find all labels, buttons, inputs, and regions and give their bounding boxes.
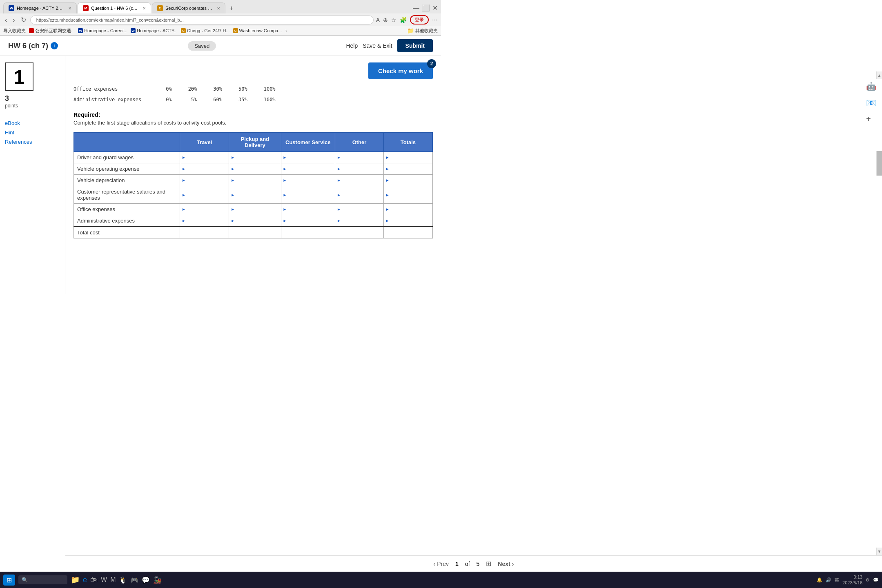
- cell-pickup_delivery-0[interactable]: ►: [229, 152, 281, 163]
- cell-totals-6[interactable]: [383, 227, 432, 238]
- input-customer_service-3[interactable]: [287, 189, 335, 200]
- input-customer_service-1[interactable]: [287, 163, 335, 174]
- cell-other-3[interactable]: ►: [335, 186, 384, 204]
- bookmark-police[interactable]: 公安部互联网交通...: [29, 28, 75, 34]
- cell-customer_service-1[interactable]: ►: [281, 163, 335, 175]
- input-other-3[interactable]: [341, 189, 383, 200]
- bookmark-chegg[interactable]: C Chegg - Get 24/7 H...: [181, 28, 230, 33]
- input-travel-1[interactable]: [186, 163, 229, 174]
- cell-other-0[interactable]: ►: [335, 152, 384, 163]
- tab-close-icon3[interactable]: ✕: [217, 6, 220, 11]
- references-link[interactable]: References: [5, 139, 60, 145]
- input-pickup_delivery-1[interactable]: [235, 163, 281, 174]
- cell-other-1[interactable]: ►: [335, 163, 384, 175]
- input-travel-5[interactable]: [186, 215, 229, 226]
- input-customer_service-4[interactable]: [287, 204, 335, 215]
- input-total-other[interactable]: [335, 227, 383, 238]
- input-total-customer_service[interactable]: [281, 227, 335, 238]
- tab-question1[interactable]: M Question 1 - HW 6 (ch 7) - Conn... ✕: [78, 2, 151, 13]
- new-tab-button[interactable]: +: [226, 3, 236, 13]
- input-total-pickup_delivery[interactable]: [229, 227, 281, 238]
- cell-totals-0[interactable]: ►: [383, 152, 432, 163]
- cell-pickup_delivery-2[interactable]: ►: [229, 175, 281, 186]
- read-mode-icon[interactable]: ⊕: [383, 17, 388, 23]
- cell-customer_service-2[interactable]: ►: [281, 175, 335, 186]
- input-pickup_delivery-2[interactable]: [235, 175, 281, 186]
- tab-homepage[interactable]: W Homepage - ACTY 2110 (1) Princ... ✕: [3, 2, 77, 13]
- input-pickup_delivery-4[interactable]: [235, 204, 281, 215]
- cell-customer_service-0[interactable]: ►: [281, 152, 335, 163]
- cell-other-6[interactable]: [335, 227, 384, 238]
- bookmark-washtenaw[interactable]: C Washtenaw Compa...: [233, 28, 282, 33]
- cell-travel-4[interactable]: ►: [180, 204, 229, 215]
- close-button[interactable]: ✕: [432, 4, 438, 12]
- info-icon[interactable]: i: [51, 42, 58, 49]
- cell-customer_service-5[interactable]: ►: [281, 215, 335, 227]
- cell-totals-1[interactable]: ►: [383, 163, 432, 175]
- input-other-5[interactable]: [341, 215, 383, 226]
- cell-pickup_delivery-5[interactable]: ►: [229, 215, 281, 227]
- maximize-button[interactable]: ⬜: [422, 4, 430, 12]
- input-other-1[interactable]: [341, 163, 383, 174]
- cell-travel-5[interactable]: ►: [180, 215, 229, 227]
- cell-customer_service-3[interactable]: ►: [281, 186, 335, 204]
- tab-securicorp[interactable]: C SecuriCorp operates a fleet of ar... ✕: [152, 2, 225, 13]
- input-totals-3[interactable]: [390, 189, 432, 200]
- cell-totals-4[interactable]: ►: [383, 204, 432, 215]
- cell-pickup_delivery-6[interactable]: [229, 227, 281, 238]
- refresh-button[interactable]: ↻: [19, 15, 28, 24]
- input-total-totals[interactable]: [384, 227, 432, 238]
- cell-travel-0[interactable]: ►: [180, 152, 229, 163]
- input-total-travel[interactable]: [180, 227, 229, 238]
- back-button[interactable]: ‹: [3, 16, 9, 24]
- help-button[interactable]: Help: [346, 42, 358, 49]
- cell-travel-1[interactable]: ►: [180, 163, 229, 175]
- check-my-work-button[interactable]: Check my work 2: [368, 62, 433, 79]
- bookmark-folder[interactable]: 📁 其他收藏夹: [407, 27, 438, 34]
- cell-customer_service-4[interactable]: ►: [281, 204, 335, 215]
- input-totals-2[interactable]: [390, 175, 432, 186]
- forward-button[interactable]: ›: [11, 16, 16, 24]
- input-pickup_delivery-0[interactable]: [235, 152, 281, 163]
- favorite-icon[interactable]: ☆: [391, 17, 396, 23]
- cell-totals-2[interactable]: ►: [383, 175, 432, 186]
- cell-pickup_delivery-4[interactable]: ►: [229, 204, 281, 215]
- cell-totals-3[interactable]: ►: [383, 186, 432, 204]
- input-travel-3[interactable]: [186, 189, 229, 200]
- cell-other-4[interactable]: ►: [335, 204, 384, 215]
- input-totals-5[interactable]: [390, 215, 432, 226]
- input-other-0[interactable]: [341, 152, 383, 163]
- hint-link[interactable]: Hint: [5, 129, 60, 136]
- bookmark-homepage-career[interactable]: W Homepage - Career...: [78, 28, 127, 33]
- cell-travel-3[interactable]: ►: [180, 186, 229, 204]
- input-travel-0[interactable]: [186, 152, 229, 163]
- input-customer_service-0[interactable]: [287, 152, 335, 163]
- cell-customer_service-6[interactable]: [281, 227, 335, 238]
- input-travel-2[interactable]: [186, 175, 229, 186]
- login-button[interactable]: 登录: [410, 15, 429, 24]
- translate-icon[interactable]: A: [376, 17, 380, 23]
- cell-other-5[interactable]: ►: [335, 215, 384, 227]
- input-travel-4[interactable]: [186, 204, 229, 215]
- cell-totals-5[interactable]: ►: [383, 215, 432, 227]
- save-exit-button[interactable]: Save & Exit: [363, 42, 392, 49]
- ebook-link[interactable]: eBook: [5, 120, 60, 126]
- bookmark-homepage-acty[interactable]: W Homepage - ACTY...: [131, 28, 178, 33]
- minimize-button[interactable]: —: [413, 4, 419, 12]
- input-other-4[interactable]: [341, 204, 383, 215]
- tab-close-icon[interactable]: ✕: [68, 6, 71, 11]
- cell-pickup_delivery-3[interactable]: ►: [229, 186, 281, 204]
- cell-other-2[interactable]: ►: [335, 175, 384, 186]
- input-customer_service-5[interactable]: [287, 215, 335, 226]
- bookmark-import[interactable]: 导入收藏夹: [3, 28, 26, 34]
- tab-close-icon2[interactable]: ✕: [143, 6, 146, 11]
- submit-button[interactable]: Submit: [397, 39, 433, 52]
- input-totals-1[interactable]: [390, 163, 432, 174]
- input-totals-4[interactable]: [390, 204, 432, 215]
- input-customer_service-2[interactable]: [287, 175, 335, 186]
- input-other-2[interactable]: [341, 175, 383, 186]
- bookmarks-more-icon[interactable]: ›: [285, 27, 287, 34]
- input-pickup_delivery-3[interactable]: [235, 189, 281, 200]
- extension-icon[interactable]: 🧩: [400, 17, 407, 23]
- input-totals-0[interactable]: [390, 152, 432, 163]
